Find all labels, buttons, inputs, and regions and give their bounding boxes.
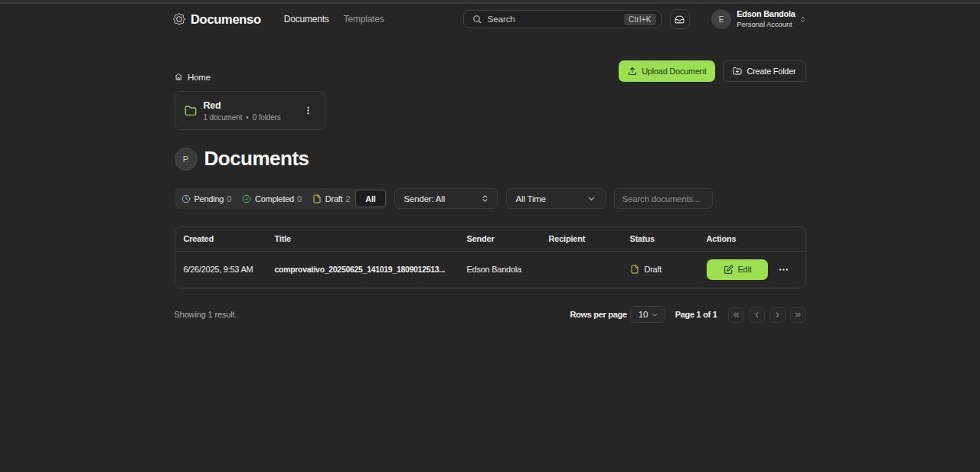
- table-header-row: Created Title Sender Recipient Status Ac…: [175, 227, 805, 251]
- nav-templates[interactable]: Templates: [344, 14, 384, 24]
- results-summary: Showing 1 result.: [175, 310, 237, 319]
- last-page-button[interactable]: [790, 307, 806, 323]
- breadcrumb-label: Home: [188, 73, 211, 82]
- rows-per-page-value: 10: [639, 310, 648, 319]
- chevrons-right-icon: [794, 311, 802, 319]
- create-folder-label: Create Folder: [746, 67, 795, 76]
- create-folder-button[interactable]: Create Folder: [723, 60, 805, 82]
- search-shortcut-badge: Ctrl+K: [624, 14, 656, 25]
- ellipsis-icon: [778, 264, 789, 275]
- tab-completed-count: 0: [297, 194, 302, 203]
- kebab-vertical-icon: [303, 106, 313, 116]
- status-tabs: Pending 0 Completed 0 Draft 2 All: [175, 188, 387, 209]
- upload-document-label: Upload Document: [642, 67, 706, 76]
- prev-page-button[interactable]: [749, 307, 765, 323]
- documenso-logo-icon: [173, 13, 185, 25]
- chevrons-up-down-icon: [799, 16, 806, 23]
- inbox-icon: [675, 15, 684, 24]
- period-filter-value: All Time: [516, 194, 587, 203]
- cell-recipient: [549, 251, 630, 288]
- search-icon: [472, 15, 482, 24]
- folder-meta: 1 document • 0 folders: [204, 113, 302, 122]
- pagination: Rows per page 10 Page 1 of 1: [570, 306, 805, 323]
- tab-all[interactable]: All: [355, 190, 385, 207]
- next-page-button[interactable]: [769, 307, 786, 323]
- tab-draft-count: 2: [345, 194, 350, 203]
- window-top-strip: [0, 0, 980, 4]
- tab-draft-label: Draft: [325, 194, 343, 203]
- home-icon: [175, 73, 183, 81]
- account-avatar: E: [711, 9, 732, 30]
- app-header: Documenso Documents Templates Search Ctr…: [0, 0, 980, 33]
- edit-icon: [724, 265, 733, 275]
- folder-plus-icon: [733, 67, 742, 76]
- team-avatar[interactable]: P: [175, 148, 198, 171]
- filters-row: Pending 0 Completed 0 Draft 2 All: [175, 188, 806, 209]
- upload-document-button[interactable]: Upload Document: [619, 60, 715, 82]
- upload-icon: [628, 67, 637, 76]
- folder-icon: [185, 105, 197, 117]
- tab-pending-count: 0: [227, 194, 231, 203]
- account-name: Edson Bandola: [737, 9, 795, 19]
- toolbar-row: Home Upload Document Create Folder: [175, 60, 806, 82]
- chevrons-up-down-icon: [481, 194, 489, 203]
- inbox-button[interactable]: [670, 9, 690, 29]
- global-search-placeholder: Search: [488, 15, 624, 24]
- cell-created: 6/26/2025, 9:53 AM: [175, 251, 275, 288]
- nav-documents[interactable]: Documents: [284, 14, 329, 24]
- tab-completed-label: Completed: [255, 194, 294, 203]
- folder-more-button[interactable]: [302, 104, 315, 118]
- table-footer: Showing 1 result. Rows per page 10 Page …: [175, 306, 806, 323]
- column-title: Title: [275, 227, 467, 251]
- folder-card[interactable]: Red 1 document • 0 folders: [175, 91, 325, 130]
- first-page-button[interactable]: [728, 307, 744, 323]
- chevron-down-icon: [652, 311, 658, 318]
- account-menu[interactable]: E Edson Bandola Personal Account: [711, 9, 806, 30]
- documents-search-placeholder: Search documents...: [622, 194, 701, 203]
- cell-sender: Edson Bandola: [467, 251, 549, 288]
- main-content: Home Upload Document Create Folder Re: [175, 60, 806, 323]
- cell-actions: Edit: [707, 251, 805, 288]
- page-info: Page 1 of 1: [675, 310, 717, 319]
- clock-icon: [181, 194, 191, 203]
- documents-table: Created Title Sender Recipient Status Ac…: [175, 226, 806, 288]
- edit-button[interactable]: Edit: [707, 259, 769, 280]
- tab-completed[interactable]: Completed 0: [237, 190, 307, 207]
- brand-name: Documenso: [191, 12, 261, 27]
- folder-name: Red: [204, 100, 302, 111]
- tab-draft[interactable]: Draft 2: [307, 190, 355, 207]
- chevrons-left-icon: [732, 311, 740, 319]
- sender-filter-value: Sender: All: [404, 194, 481, 203]
- breadcrumb[interactable]: Home: [175, 73, 211, 82]
- cell-status: Draft: [630, 251, 707, 288]
- page-title: Documents: [204, 147, 309, 171]
- chevron-right-icon: [773, 311, 782, 319]
- edit-button-label: Edit: [738, 265, 752, 274]
- period-filter[interactable]: All Time: [506, 188, 606, 209]
- global-search[interactable]: Search Ctrl+K: [463, 10, 662, 28]
- column-actions: Actions: [707, 227, 805, 251]
- tab-all-label: All: [365, 194, 375, 203]
- file-icon: [630, 265, 639, 274]
- status-label: Draft: [645, 265, 662, 274]
- column-created: Created: [175, 227, 275, 251]
- column-status: Status: [630, 227, 707, 251]
- folder-subfolder-count: 0 folders: [253, 113, 281, 122]
- folder-meta-separator: •: [246, 113, 248, 122]
- documents-search-input[interactable]: Search documents...: [614, 188, 713, 209]
- brand[interactable]: Documenso: [175, 12, 261, 27]
- chevron-down-icon: [587, 194, 596, 203]
- table-row: 6/26/2025, 9:53 AM comprovativo_20250625…: [175, 251, 805, 288]
- rows-per-page-label: Rows per page: [570, 310, 626, 319]
- tab-pending[interactable]: Pending 0: [176, 190, 237, 207]
- rows-per-page-select[interactable]: 10: [630, 306, 665, 323]
- row-more-button[interactable]: [776, 262, 791, 277]
- check-circle-icon: [242, 194, 251, 203]
- cell-title[interactable]: comprovativo_20250625_141019_1809012513.…: [275, 251, 467, 288]
- file-icon: [312, 194, 322, 203]
- account-type: Personal Account: [737, 21, 795, 29]
- folder-doc-count: 1 document: [204, 113, 243, 122]
- sender-filter[interactable]: Sender: All: [394, 188, 498, 209]
- tab-pending-label: Pending: [194, 194, 224, 203]
- column-recipient: Recipient: [549, 227, 630, 251]
